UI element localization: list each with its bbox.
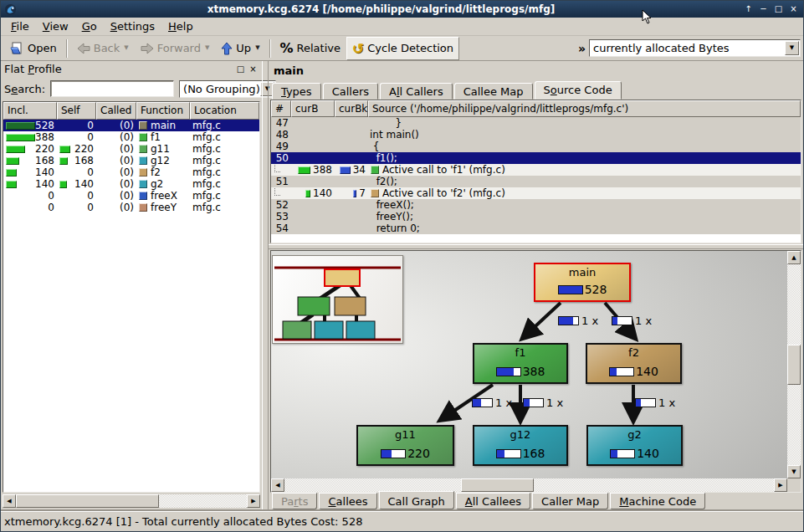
scrollbar-thumb[interactable]: [787, 345, 801, 385]
tab-types[interactable]: Types: [272, 83, 321, 100]
status-text: xtmemory.kcg.6274 [1] - Total currently …: [4, 515, 362, 528]
graph-node-g2[interactable]: g2 140: [586, 425, 683, 466]
cost-bar: [6, 122, 35, 130]
col-curbk[interactable]: curBk: [335, 100, 368, 117]
call-graph-view[interactable]: main 528 f1 388 f2 140 g11 220: [270, 250, 801, 493]
col-curb[interactable]: curB: [291, 100, 335, 117]
cost-bar: [353, 190, 356, 197]
dock-close-icon[interactable]: ×: [248, 64, 259, 74]
graph-canvas[interactable]: main 528 f1 388 f2 140 g11 220: [271, 251, 787, 478]
tab-source-code[interactable]: Source Code: [535, 81, 622, 100]
toolbar-overflow-icon[interactable]: »: [578, 42, 586, 55]
table-row-f1[interactable]: 388 0 (0) f1 mfg.c: [3, 131, 259, 143]
title-bar[interactable]: xtmemory.kcg.6274 [/home/philippe/valgri…: [1, 1, 803, 18]
forward-dropdown-icon[interactable]: ▼: [205, 45, 209, 51]
graph-overview-map[interactable]: [272, 255, 403, 344]
graph-node-f2[interactable]: f2 140: [586, 343, 682, 384]
tab-callees[interactable]: Callees: [319, 493, 376, 509]
open-button[interactable]: Open: [4, 38, 63, 59]
table-row-g2[interactable]: 140 140 (0) g2 mfg.c: [3, 178, 259, 190]
table-row-g12[interactable]: 168 168 (0) g12 mfg.c: [3, 155, 259, 166]
tab-all-callers[interactable]: All Callers: [380, 83, 453, 100]
pane-splitter[interactable]: [269, 244, 803, 249]
node-cost: 528: [585, 283, 607, 296]
source-line[interactable]: 52 freeX();: [271, 199, 801, 211]
col-incl[interactable]: Incl.: [3, 102, 57, 120]
graph-vertical-scrollbar[interactable]: ▲ ▼: [787, 251, 801, 478]
scroll-left-icon[interactable]: ◀: [3, 494, 16, 508]
source-line[interactable]: 49 {: [271, 141, 801, 152]
col-source[interactable]: Source ('/home/philippe/valgrind/littlep…: [368, 100, 801, 117]
source-line-selected[interactable]: 50 f1();: [271, 152, 801, 164]
graph-node-g12[interactable]: g12 168: [473, 425, 568, 466]
table-row-freeY[interactable]: 0 0 (0) freeY mfg.c: [3, 202, 259, 213]
source-call-line[interactable]: 388 34 Active call to 'f1' (mfg.c): [271, 164, 801, 176]
source-line[interactable]: 51 f2();: [271, 176, 801, 187]
scroll-left-icon[interactable]: ◀: [271, 478, 284, 492]
col-called[interactable]: Called: [96, 102, 136, 120]
source-line[interactable]: 54 return 0;: [271, 223, 801, 234]
cost-bar: [523, 398, 544, 407]
table-row-f2[interactable]: 140 0 (0) f2 mfg.c: [3, 166, 259, 178]
event-type-value: currently allocated Bytes: [590, 42, 785, 54]
col-location[interactable]: Location: [190, 102, 259, 120]
scroll-right-icon[interactable]: ▶: [774, 478, 787, 492]
shade-button[interactable]: ↑: [742, 3, 755, 15]
up-button[interactable]: Up ▼: [215, 38, 265, 59]
tab-call-graph[interactable]: Call Graph: [379, 491, 454, 509]
tab-all-callees[interactable]: All Callees: [456, 493, 530, 509]
graph-node-f1[interactable]: f1 388: [473, 343, 568, 384]
maximize-button[interactable]: □: [772, 3, 785, 15]
open-label: Open: [28, 42, 57, 54]
panel-splitter[interactable]: [262, 61, 269, 511]
search-input[interactable]: [50, 80, 174, 97]
close-button[interactable]: ×: [787, 3, 800, 15]
up-dropdown-icon[interactable]: ▼: [255, 45, 259, 51]
dock-header[interactable]: Flat Profile □ ×: [3, 61, 260, 77]
table-row-g11[interactable]: 220 220 (0) g11 mfg.c: [3, 143, 259, 155]
col-self[interactable]: Self: [57, 102, 96, 120]
cost-bar: [305, 190, 310, 197]
scroll-up-icon[interactable]: ▲: [787, 251, 801, 264]
tab-parts[interactable]: Parts: [272, 493, 317, 509]
source-call-line[interactable]: 140 7 Active call to 'f2' (mfg.c): [271, 187, 801, 199]
menu-help[interactable]: Help: [161, 18, 200, 34]
col-function[interactable]: Function: [136, 102, 190, 120]
back-dropdown-icon[interactable]: ▼: [124, 45, 128, 51]
table-row-freeX[interactable]: 0 0 (0) freeX mfg.c: [3, 190, 259, 202]
menu-settings[interactable]: Settings: [104, 18, 161, 34]
tab-callee-map[interactable]: Callee Map: [454, 83, 533, 100]
tab-machine-code[interactable]: Machine Code: [610, 493, 705, 509]
scrollbar-thumb[interactable]: [16, 494, 159, 508]
app-window: xtmemory.kcg.6274 [/home/philippe/valgri…: [0, 0, 804, 532]
scroll-right-icon[interactable]: ▶: [247, 494, 260, 508]
menu-file[interactable]: File: [4, 18, 36, 34]
up-label: Up: [236, 42, 251, 54]
graph-horizontal-scrollbar[interactable]: ◀ ▶: [271, 478, 787, 492]
menu-go[interactable]: Go: [75, 18, 104, 34]
function-color-icon: [139, 192, 147, 200]
minimize-button[interactable]: −: [757, 3, 770, 15]
cost-bar: [59, 181, 67, 188]
relative-button[interactable]: % Relative: [274, 37, 346, 59]
scroll-down-icon[interactable]: ▼: [787, 465, 801, 478]
left-horizontal-scrollbar[interactable]: ◀ ▶: [3, 494, 260, 508]
edge-label-main-f2: 1 x: [612, 315, 652, 327]
combo-dropdown-icon[interactable]: ▼: [785, 41, 799, 55]
tab-callers[interactable]: Callers: [323, 83, 378, 100]
cycle-detection-button[interactable]: ↺ Cycle Detection: [346, 37, 459, 60]
source-line[interactable]: 48 int main(): [271, 129, 801, 141]
event-type-select[interactable]: currently allocated Bytes ▼: [589, 39, 801, 57]
menu-view[interactable]: View: [36, 18, 75, 34]
forward-button[interactable]: Forward ▼: [135, 38, 216, 58]
tab-caller-map[interactable]: Caller Map: [532, 493, 608, 509]
graph-node-g11[interactable]: g11 220: [356, 425, 454, 466]
table-row-main[interactable]: 528 0 (0) main mfg.c: [3, 120, 259, 131]
source-line[interactable]: 53 freeY();: [271, 211, 801, 223]
scrollbar-thumb[interactable]: [461, 478, 535, 492]
col-line[interactable]: #: [271, 100, 291, 117]
dock-float-icon[interactable]: □: [235, 64, 246, 74]
back-button[interactable]: Back ▼: [71, 38, 135, 58]
graph-node-main[interactable]: main 528: [534, 263, 631, 302]
source-line[interactable]: 47 }: [271, 117, 801, 129]
